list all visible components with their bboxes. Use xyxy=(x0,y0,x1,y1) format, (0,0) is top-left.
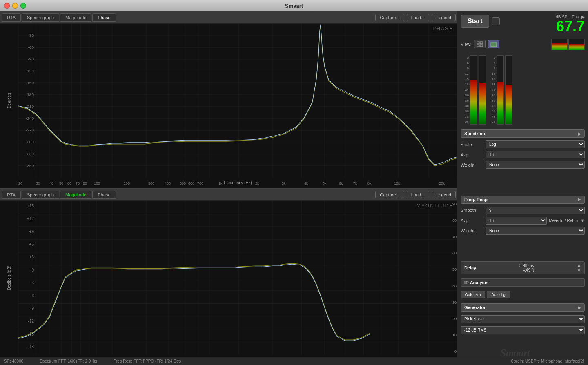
svg-text:+3: +3 xyxy=(29,255,34,259)
graphs-panel: RTA Spectrograph Magnitude Phase Capture… xyxy=(0,11,457,365)
app-title: Smaart xyxy=(285,3,303,9)
vu-scale: 3691215 1824303648 607896 xyxy=(461,55,469,125)
vu-bar-1 xyxy=(470,55,477,125)
top-graph-svg: -30 -60 -90 -120 -150 -180 -210 -240 -27… xyxy=(18,24,457,178)
generator-header[interactable]: Generator ▶ xyxy=(461,303,585,312)
meas-ref-label: Meas In / Ref In xyxy=(549,218,578,223)
top-tab-bar: RTA Spectrograph Magnitude Phase Capture… xyxy=(0,11,457,24)
bottom-load-btn[interactable]: Load... xyxy=(407,191,430,198)
svg-text:-3: -3 xyxy=(30,280,34,285)
titlebar: Smaart xyxy=(0,0,588,11)
svg-text:-180: -180 xyxy=(26,92,34,97)
minimize-button[interactable] xyxy=(12,3,18,9)
top-x-axis: Frequency (Hz) xyxy=(18,178,457,188)
svg-text:-90: -90 xyxy=(28,57,34,61)
auto-sm-button[interactable]: Auto Sm xyxy=(461,291,485,298)
view-row: View: xyxy=(461,38,585,50)
top-load-btn[interactable]: Load... xyxy=(407,14,430,21)
status-spectrum-fft: Spectrum FFT: 16K (FR: 2.9Hz) xyxy=(40,359,97,363)
view-grid-btn[interactable] xyxy=(474,40,486,48)
delay-section: Delay 3.98 ms 4.49 ft ▲ ▼ xyxy=(461,261,585,274)
svg-text:+12: +12 xyxy=(27,216,34,221)
svg-text:-300: -300 xyxy=(26,140,34,144)
weight2-label: Weight: xyxy=(461,228,483,233)
window-controls xyxy=(4,3,26,9)
smooth-select[interactable]: 9 3 6 12 xyxy=(486,207,585,214)
vu-bar-4 xyxy=(505,55,512,125)
bottom-tab-magnitude[interactable]: Magnitude xyxy=(60,191,91,199)
top-y-label: Degrees xyxy=(0,24,18,178)
generator-type-select[interactable]: Pink Noise White Noise Sine xyxy=(461,315,585,323)
svg-text:+6: +6 xyxy=(29,242,34,247)
weight-select[interactable]: None A C xyxy=(486,161,585,169)
top-tab-spectrograph[interactable]: Spectrograph xyxy=(22,13,59,22)
svg-text:-6: -6 xyxy=(30,293,34,298)
bottom-tab-phase[interactable]: Phase xyxy=(92,191,116,199)
svg-text:-360: -360 xyxy=(26,163,34,168)
status-sr: SR: 48000 xyxy=(4,359,23,363)
close-button[interactable] xyxy=(4,3,10,9)
ir-analysis-section: IR Analysis xyxy=(461,278,585,287)
top-type-label: PHASE xyxy=(432,26,453,31)
avg-select[interactable]: 16 8 32 xyxy=(486,151,585,158)
status-freq-resp-fft: Freq Resp FFT: FPPO (FR: 1/24 Oct) xyxy=(114,359,181,363)
bottom-legend-btn[interactable]: Legend xyxy=(432,191,456,198)
bottom-capture-btn[interactable]: Capture... xyxy=(375,191,404,198)
top-legend-btn[interactable]: Legend xyxy=(432,14,456,21)
weight2-select[interactable]: None A C xyxy=(486,227,585,235)
delay-values: 3.98 ms 4.49 ft xyxy=(519,263,534,272)
svg-rect-149 xyxy=(491,43,497,47)
maximize-button[interactable] xyxy=(20,3,26,9)
start-button[interactable]: Start xyxy=(461,15,489,28)
svg-text:+15: +15 xyxy=(27,204,34,208)
bottom-tab-spectrograph[interactable]: Spectrograph xyxy=(22,191,59,199)
bottom-tab-rta[interactable]: RTA xyxy=(2,191,21,199)
bottom-graph-inner: MAGNITUDE 9080706050 403020100 xyxy=(18,201,457,355)
top-capture-btn[interactable]: Capture... xyxy=(375,14,404,21)
top-tab-magnitude[interactable]: Magnitude xyxy=(60,13,91,22)
delay-up-arrow[interactable]: ▲ xyxy=(577,263,581,267)
svg-rect-145 xyxy=(477,42,479,44)
view-label: View: xyxy=(461,42,472,47)
top-graph-container: RTA Spectrograph Magnitude Phase Capture… xyxy=(0,11,457,189)
freq-resp-arrow: ▶ xyxy=(578,197,581,202)
delay-ms: 3.98 ms xyxy=(519,263,534,268)
view-spectrum-btn[interactable] xyxy=(488,40,499,48)
svg-rect-0 xyxy=(18,24,457,178)
svg-text:+9: +9 xyxy=(29,229,34,234)
top-tab-phase[interactable]: Phase xyxy=(92,13,116,22)
delay-down-arrow[interactable]: ▼ xyxy=(577,268,581,273)
ir-analysis-label: IR Analysis xyxy=(464,280,488,285)
svg-text:-270: -270 xyxy=(26,128,34,132)
meas-ref-arrow[interactable]: ▼ xyxy=(580,218,585,223)
spectrum-header[interactable]: Spectrum ▶ xyxy=(461,129,585,138)
vu-channel-2 xyxy=(568,39,585,50)
vu-mini xyxy=(551,38,585,50)
generator-level-row: -12 dB RMS -6 dB RMS -18 dB RMS xyxy=(461,326,585,334)
spl-value: 67.7 xyxy=(503,19,585,34)
start-indicator xyxy=(492,17,500,25)
svg-text:-18: -18 xyxy=(28,345,34,349)
svg-text:-120: -120 xyxy=(26,69,34,73)
top-graph-inner: PHASE xyxy=(18,24,457,178)
scale-select[interactable]: Log Linear xyxy=(486,140,585,148)
top-tab-rta[interactable]: RTA xyxy=(2,13,21,22)
status-device: Coreln: USBPre Microphone Interface[2] xyxy=(511,359,584,363)
generator-level-select[interactable]: -12 dB RMS -6 dB RMS -18 dB RMS xyxy=(461,326,585,334)
start-spl-row: Start dB SPL, Fast ▶ 67.7 xyxy=(461,15,585,34)
svg-text:-150: -150 xyxy=(26,80,34,85)
svg-text:-330: -330 xyxy=(26,151,34,156)
weight2-row: Weight: None A C xyxy=(461,227,585,235)
avg2-select[interactable]: 16 8 32 xyxy=(486,217,547,225)
weight-row: Weight: None A C xyxy=(461,160,585,169)
avg2-row: Avg: 16 8 32 Meas In / Ref In ▼ xyxy=(461,216,585,225)
weight-label: Weight: xyxy=(461,162,483,167)
bottom-tab-bar: RTA Spectrograph Magnitude Phase Capture… xyxy=(0,189,457,201)
vu-scale-right: 3691215 1824303648 607896 xyxy=(487,55,495,125)
spectrum-arrow: ▶ xyxy=(578,131,581,136)
auto-lg-button[interactable]: Auto Lg xyxy=(487,291,510,298)
avg-label: Avg: xyxy=(461,152,483,157)
bottom-graph-area: Decibels (dB) MAGNITUDE 9080706050 40302… xyxy=(0,201,457,365)
svg-text:0: 0 xyxy=(31,268,34,272)
freq-resp-header[interactable]: Freq. Resp. ▶ xyxy=(461,196,585,204)
